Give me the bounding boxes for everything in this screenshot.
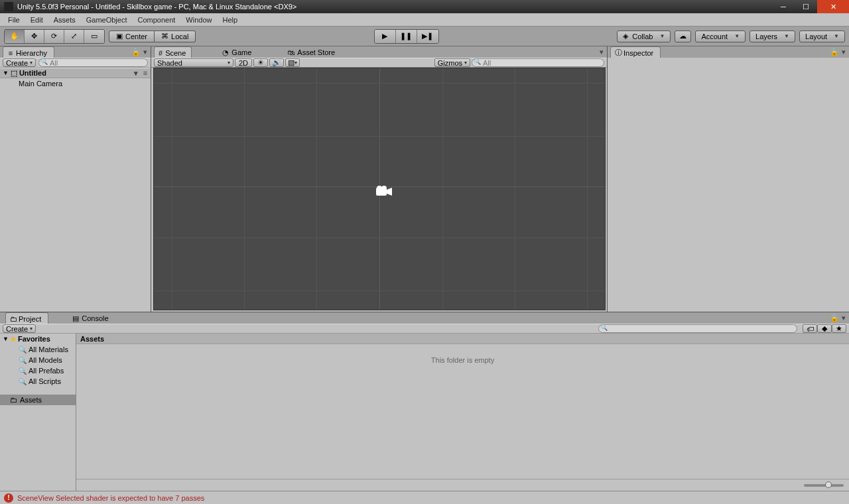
tab-asset-store[interactable]: 🛍Asset Store (283, 46, 340, 58)
menu-help[interactable]: Help (217, 15, 243, 25)
menu-bar: File Edit Assets GameObject Component Wi… (0, 13, 849, 27)
pause-button[interactable]: ❚❚ (396, 30, 417, 43)
favorite-label: All Materials (29, 346, 68, 353)
search-by-label[interactable]: ◆ (817, 324, 832, 333)
menu-file[interactable]: File (3, 15, 25, 25)
gizmos-dropdown[interactable]: Gizmos▾ (434, 58, 470, 67)
panel-menu-icon[interactable]: ▾ (141, 48, 149, 56)
scene-header[interactable]: ▼ ⬚ Untitled ▾≡ (0, 68, 151, 78)
shading-mode-dropdown[interactable]: Shaded▾ (154, 58, 233, 67)
inspector-tab-label: Inspector (623, 49, 653, 57)
search-by-type[interactable]: 🏷 (803, 324, 817, 333)
asset-store-tab-label: Asset Store (297, 48, 335, 56)
cloud-button[interactable]: ☁ (675, 31, 691, 42)
toggle-audio[interactable]: 🔊 (269, 58, 284, 67)
scene-panel: #Scene ◔Game 🛍Asset Store ▾ Shaded▾ 2D ☀… (151, 46, 607, 312)
tab-scene[interactable]: #Scene (154, 46, 192, 58)
tab-game[interactable]: ◔Game (218, 46, 257, 58)
collab-dropdown[interactable]: ◈Collab▼ (617, 31, 671, 42)
hierarchy-create-dropdown[interactable]: Create▾ (3, 58, 36, 67)
image-icon: ▧ (288, 58, 294, 67)
menu-component[interactable]: Component (132, 15, 180, 25)
chevron-down-icon: ▼ (834, 33, 839, 39)
account-dropdown[interactable]: Account▼ (695, 31, 746, 42)
chevron-down-icon: ▼ (659, 33, 665, 39)
search-placeholder: All (483, 59, 491, 67)
thumbnail-size-slider[interactable] (804, 484, 844, 487)
rotate-tool[interactable]: ⟳ (44, 30, 64, 43)
close-button[interactable]: ✕ (817, 0, 849, 13)
favorite-label: All Models (29, 356, 62, 364)
window-title: Unity 5.5.0f3 Personal - Untitled - Skil… (17, 3, 772, 11)
lock-icon[interactable]: 🔒 (830, 314, 838, 322)
scale-icon: ⤢ (71, 32, 77, 40)
lock-icon[interactable]: 🔒 (132, 48, 140, 56)
menu-edit[interactable]: Edit (25, 15, 48, 25)
label-icon: ◆ (822, 324, 827, 333)
scene-viewport[interactable] (153, 68, 606, 310)
inspector-icon: ⓘ (615, 50, 621, 56)
toggle-2d[interactable]: 2D (235, 58, 252, 67)
window-titlebar: Unity 5.5.0f3 Personal - Untitled - Skil… (0, 0, 849, 13)
search-icon: 🔍 (19, 357, 27, 364)
chevron-down-icon: ▾ (294, 60, 297, 66)
favorite-item[interactable]: 🔍All Prefabs (0, 365, 76, 376)
hand-tool[interactable]: ✋ (5, 30, 25, 43)
scene-search[interactable]: All (472, 58, 604, 67)
svg-point-2 (381, 186, 387, 191)
chevron-down-icon: ▾ (464, 60, 467, 66)
assets-folder[interactable]: 🗀Assets (0, 395, 76, 405)
svg-point-1 (377, 186, 382, 191)
favorite-label: All Prefabs (29, 367, 64, 375)
tab-project[interactable]: 🗀Project (5, 312, 48, 324)
tab-hierarchy[interactable]: ≡Hierarchy (3, 46, 54, 58)
console-icon: ▤ (72, 314, 79, 323)
console-tab-label: Console (82, 314, 108, 322)
create-label: Create (6, 59, 28, 67)
folder-icon: 🗀 (10, 316, 17, 322)
scale-tool[interactable]: ⤢ (64, 30, 84, 43)
step-button[interactable]: ▶❚ (417, 30, 438, 43)
toggle-fx[interactable]: ▧▾ (285, 58, 300, 67)
favorite-item[interactable]: 🔍All Models (0, 355, 76, 365)
panel-menu-icon[interactable]: ▾ (840, 314, 848, 322)
move-tool[interactable]: ✥ (25, 30, 44, 43)
inspector-panel: ⓘInspector 🔒 ▾ (607, 46, 849, 312)
minimize-button[interactable]: ─ (772, 0, 795, 13)
favorite-item[interactable]: 🔍All Scripts (0, 376, 76, 387)
tab-inspector[interactable]: ⓘInspector (610, 46, 661, 58)
layers-dropdown[interactable]: Layers▼ (750, 31, 795, 42)
hierarchy-search[interactable]: All (38, 58, 148, 67)
pivot-local-toggle[interactable]: ⌘Local (155, 31, 196, 42)
rect-tool[interactable]: ▭ (84, 30, 104, 43)
status-bar[interactable]: ! SceneView Selected shader is expected … (0, 491, 849, 504)
menu-window[interactable]: Window (180, 15, 217, 25)
panel-menu-icon[interactable]: ▾ (598, 48, 606, 56)
game-tab-label: Game (231, 48, 251, 56)
project-create-dropdown[interactable]: Create▾ (3, 324, 36, 333)
maximize-button[interactable]: ☐ (795, 0, 817, 13)
scene-menu-icon[interactable]: ▾ (132, 69, 140, 77)
audio-icon: 🔊 (272, 58, 281, 67)
project-content: Assets This folder is empty (76, 334, 849, 491)
rect-icon: ▭ (91, 32, 98, 40)
lock-icon[interactable]: 🔒 (830, 48, 838, 56)
project-search[interactable] (598, 324, 797, 333)
pivot-center-toggle[interactable]: ▣Center (109, 31, 155, 42)
favorite-item[interactable]: 🔍All Materials (0, 344, 76, 355)
menu-assets[interactable]: Assets (48, 15, 81, 25)
play-button[interactable]: ▶ (375, 30, 396, 43)
gameobject-row[interactable]: Main Camera (0, 78, 151, 89)
breadcrumb-label: Assets (80, 335, 104, 343)
favorites-header[interactable]: ▼★Favorites (0, 334, 76, 344)
save-search[interactable]: ★ (832, 324, 846, 333)
panel-menu-icon[interactable]: ▾ (840, 48, 848, 56)
slider-thumb[interactable] (825, 481, 832, 488)
project-breadcrumb[interactable]: Assets (76, 334, 849, 344)
svg-marker-3 (387, 188, 392, 196)
menu-gameobject[interactable]: GameObject (81, 15, 133, 25)
layout-dropdown[interactable]: Layout▼ (799, 31, 845, 42)
tab-console[interactable]: ▤Console (68, 312, 113, 324)
scene-options-icon[interactable]: ≡ (141, 69, 149, 77)
toggle-lighting[interactable]: ☀ (253, 58, 268, 67)
